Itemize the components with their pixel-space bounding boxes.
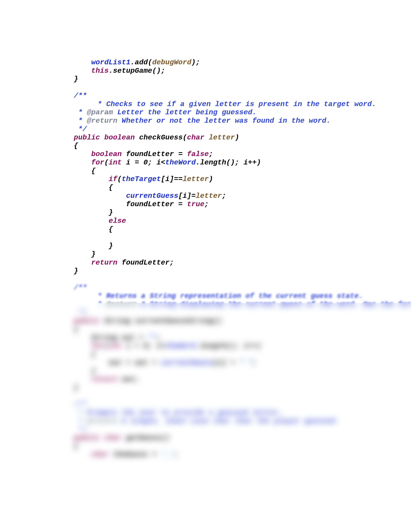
code-line: for(int i = 0; i<theWord.length(); i++) [56, 342, 261, 350]
code-line: return foundLetter; [56, 259, 174, 267]
code-line: currentGuess[i]=letter; [56, 192, 226, 200]
code-line: * @return A String displaying the curren… [56, 300, 411, 309]
code-line: */ [56, 309, 87, 317]
code-line: { [56, 142, 78, 150]
code-line: * @param Letter the letter being guessed… [56, 108, 257, 116]
code-line: return out; [56, 375, 139, 383]
code-line: public boolean checkGuess(char letter) [56, 133, 239, 142]
code-line: */ [56, 426, 87, 434]
code-line: { [56, 350, 96, 359]
code-line: * Checks to see if a given letter is pre… [56, 100, 376, 108]
code-line: } [56, 384, 78, 392]
code-line: foundLetter = true; [56, 200, 209, 209]
code-line: wordList1.add(debugWord); [56, 58, 200, 66]
code-line: public String currentGuessString() [56, 317, 222, 325]
code-line: { [56, 442, 78, 450]
code-line: } [56, 75, 78, 83]
code-line: for(int i = 0; i<theWord.length(); i++) [56, 159, 261, 167]
code-line: } [56, 250, 96, 258]
code-line: { [56, 183, 113, 192]
code-line: */ [56, 125, 87, 133]
code-line: char theGuess = '_'; [56, 450, 178, 459]
code-line: { [56, 325, 78, 333]
code-block: wordList1.add(debugWord); this.setupGame… [56, 50, 411, 467]
code-line: /** [56, 400, 87, 409]
code-line: } [56, 267, 78, 275]
code-line: * Returns a String representation of the… [56, 292, 363, 300]
code-line: boolean foundLetter = false; [56, 150, 213, 158]
code-line: if(theTarget[i]==letter) [56, 175, 213, 183]
code-line: /** [56, 92, 87, 100]
code-line: * @return A single, lower-case char that… [56, 417, 339, 425]
document-page: wordList1.add(debugWord); this.setupGame… [0, 0, 411, 532]
code-line: } [56, 367, 96, 375]
code-line: * @return Whether or not the letter was … [56, 117, 331, 125]
code-line: this.setupGame(); [56, 67, 165, 75]
code-line: /** [56, 284, 87, 292]
code-line: String out = ""; [56, 334, 161, 342]
code-line: public char getGuess() [56, 434, 169, 442]
code-line: { [56, 225, 113, 233]
code-line: out = out + currentGuess[i] + " "; [56, 359, 257, 367]
code-line: } [56, 209, 113, 217]
code-line: } [56, 242, 113, 250]
code-line: * Prompts the user to provide a guessed … [56, 409, 283, 417]
code-line: else [56, 217, 126, 225]
code-line: { [56, 167, 96, 175]
